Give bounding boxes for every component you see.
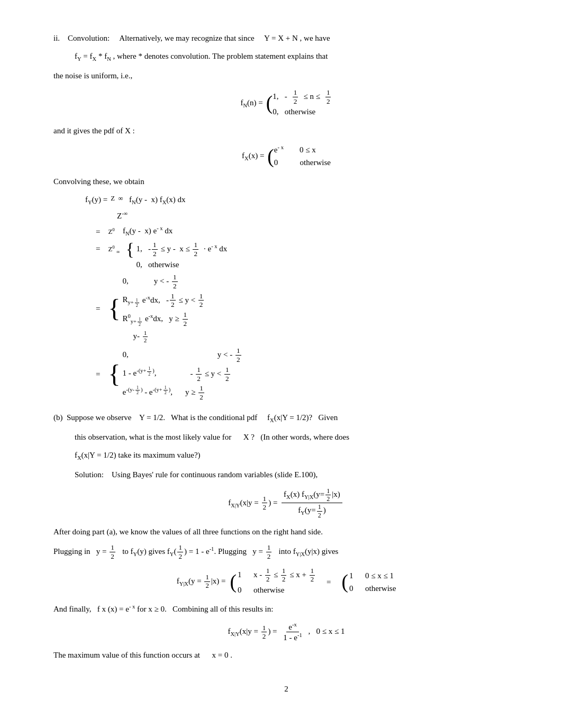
fx-label: fX(x) = [242,149,264,163]
after-part-a: After doing part (a), we know the values… [53,525,519,538]
fy-derivation: fY(y) = Z ∞ fN(y - x) fX(x) dx Z-∞ = Z0 … [85,193,519,402]
fy-line1: fY(y) = Z ∞ fN(y - x) fX(x) dx [85,193,519,207]
fy-line4: = Z0 ∞ { 1, -12 ≤ y - x ≤ 12 0, otherwis… [96,241,519,271]
brace-fx: ( [267,147,274,167]
and-gives: and it gives the pdf of X : [53,124,519,137]
fy-line6: = { 0, y < - 12 1 - e-(y+12), - 12 ≤ y <… [96,347,519,402]
fxy-final: fX|Y(x|y = 12) = e-x 1 - e-1 , 0 ≤ x ≤ 1 [53,622,519,642]
fx-cases: e- x 0 ≤ x 0 otherwise [274,143,331,169]
plugging-in: Plugging in y = 12 to fY(y) gives fY(12)… [53,543,519,561]
fn-formula: fN(n) = ( 1, - 12 ≤ n ≤ 12 0, otherwise [53,88,519,119]
page-content: ii. Convolution: Alternatively, we may r… [53,32,519,695]
maximum-value: The maximum value of this function occur… [53,649,519,661]
part-b-line1: (b) Suppose we observe Y = 1/2. What is … [53,411,519,425]
fy-line5: = { 0, y < - 12 Ry+12 e-xdx, -12 ≤ y < 1… [96,273,519,344]
convolving-intro: Convolving these, we obtain [53,175,519,188]
fy-line3: = Z0 fN(y - x) e- x dx [96,224,519,239]
fx-formula: fX(x) = ( e- x 0 ≤ x 0 otherwise [53,143,519,169]
brace-fn: ( [266,93,273,113]
and-finally: And finally, f x (x) = e- x for x ≥ 0. C… [53,603,519,615]
section-b: (b) Suppose we observe Y = 1/2. What is … [53,411,519,661]
ii-intro-line3: the noise is uniform, i.e., [53,69,519,82]
fn-cases: 1, - 12 ≤ n ≤ 12 0, otherwise [273,88,332,119]
solution-label: Solution: Using Bayes' rule for continuo… [75,468,519,481]
section-ii: ii. Convolution: Alternatively, we may r… [53,32,519,402]
ii-intro-line1: ii. Convolution: Alternatively, we may r… [53,32,519,44]
fxy-bayes: fX|Y(x|y = 12) = fX(x) fY|X(y=12|x) fY(y… [53,487,519,520]
page-number: 2 [53,683,519,695]
part-b-line3: fX(x|Y = 1/2) take its maximum value?) [75,449,519,463]
part-b-line2: this observation, what is the most likel… [75,431,519,443]
fy-line2: Z-∞ [117,210,519,222]
ii-intro-line2: fY = fX * fN , where * denotes convoluti… [75,50,519,64]
fyx-formula: fY|X(y = 12|x) = ( 1 x - 12 ≤ 12 ≤ x + 1… [53,567,519,597]
fn-label: fN(n) = [241,96,263,111]
